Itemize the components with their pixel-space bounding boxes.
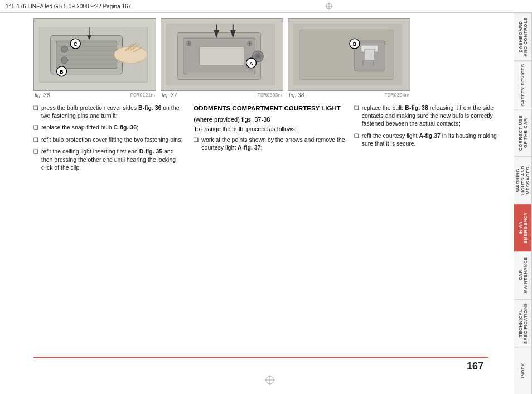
bullet-text-1: press the bulb protection cover sides B-… bbox=[41, 104, 185, 119]
sidebar-item-technical[interactable]: TECHNICAL SPECIFICATIONS bbox=[514, 299, 532, 347]
bottom-crosshair-container bbox=[33, 375, 506, 388]
figure-36-box: C B fig. 36 F0R0121m bbox=[33, 18, 156, 98]
svg-point-12 bbox=[114, 46, 147, 63]
figure-36-label: fig. 36 bbox=[35, 92, 50, 98]
header-crosshair bbox=[131, 2, 526, 10]
svg-rect-38 bbox=[200, 46, 244, 66]
sidebar-item-index[interactable]: INDEX bbox=[514, 347, 532, 394]
bullet-text-right-1: replace the bulb B-fig. 38 releasing it … bbox=[362, 104, 506, 128]
svg-point-18 bbox=[61, 57, 68, 64]
bullet-item-4: ❑ refit the ceiling light inserting firs… bbox=[33, 147, 185, 171]
svg-rect-55 bbox=[365, 49, 375, 60]
figure-38-code: F0R0304m bbox=[384, 92, 409, 98]
svg-point-17 bbox=[61, 46, 68, 52]
svg-point-31 bbox=[256, 55, 259, 58]
bullet-item-right-2: ❑ refit the courtesy light A-fig.37 in i… bbox=[354, 132, 506, 147]
header-bar: 145-176 LINEA led GB 5-09-2008 9:22 Pagi… bbox=[0, 0, 532, 13]
section-title: ODDMENTS COMPARTMENT COURTESY LIGHT bbox=[194, 104, 345, 113]
figure-36-labels: fig. 36 F0R0121m bbox=[33, 92, 156, 98]
bottom-area: 167 bbox=[33, 357, 506, 375]
bullet-text-mid-1: work at the points shown by the arrows a… bbox=[201, 136, 345, 151]
bullet-text-3: refit bulb protection cover fitting the … bbox=[41, 136, 182, 144]
sidebar: DASHBOARD AND CONTROLS SAFETY DEVICES CO… bbox=[514, 13, 532, 394]
figure-37-label: fig. 37 bbox=[162, 92, 177, 98]
svg-rect-6 bbox=[56, 41, 117, 69]
sidebar-item-maintenance[interactable]: CAR MAINTENANCE bbox=[514, 251, 532, 299]
bullet-symbol-4: ❑ bbox=[33, 148, 38, 171]
figure-38-box: B fig. 38 F0R0304m bbox=[288, 18, 410, 98]
bullet-text-right-2: refit the courtesy light A-fig.37 in its… bbox=[362, 132, 506, 147]
bottom-crosshair-icon bbox=[265, 375, 275, 385]
figure-36-image: C B bbox=[33, 18, 156, 91]
svg-text:C: C bbox=[74, 41, 78, 47]
figure-37-image: A bbox=[161, 18, 283, 91]
page-number: 167 bbox=[33, 358, 506, 375]
page-container: 145-176 LINEA led GB 5-09-2008 9:22 Pagi… bbox=[0, 0, 532, 394]
bullet-item-1: ❑ press the bulb protection cover sides … bbox=[33, 104, 185, 119]
bullet-item-2: ❑ replace the snap-fitted bulb C-fig. 36… bbox=[33, 123, 185, 132]
main-area: C B fig. 36 F0R0121m bbox=[0, 13, 532, 394]
svg-text:A: A bbox=[249, 61, 253, 66]
sidebar-item-warning[interactable]: WARNING LIGHTS AND MESSAGES bbox=[514, 156, 532, 204]
middle-column: ODDMENTS COMPARTMENT COURTESY LIGHT (whe… bbox=[194, 104, 345, 357]
section-intro: To change the bulb, proceed as follows: bbox=[194, 126, 345, 132]
figure-38-labels: fig. 38 F0R0304m bbox=[288, 92, 410, 98]
sidebar-item-correct-use[interactable]: CORRECT USE OF THE CAR bbox=[514, 109, 532, 156]
figure-36-svg: C B bbox=[34, 18, 156, 91]
bullet-item-mid-1: ❑ work at the points shown by the arrows… bbox=[194, 136, 345, 151]
bullet-symbol-3: ❑ bbox=[33, 136, 38, 144]
sidebar-item-emergency[interactable]: IN AN EMERGENCY bbox=[514, 204, 532, 251]
bullet-text-2: replace the snap-fitted bulb C-fig. 36; bbox=[41, 123, 138, 132]
text-columns: ❑ press the bulb protection cover sides … bbox=[33, 104, 506, 357]
figure-38-image: B bbox=[288, 18, 410, 91]
bullet-item-right-1: ❑ replace the bulb B-fig. 38 releasing i… bbox=[354, 104, 506, 128]
bullet-symbol-right-1: ❑ bbox=[354, 104, 359, 128]
figure-37-code: F0R0303m bbox=[257, 92, 282, 98]
sidebar-item-dashboard[interactable]: DASHBOARD AND CONTROLS bbox=[514, 13, 532, 61]
figure-37-svg: A bbox=[161, 18, 283, 91]
bullet-symbol-right-2: ❑ bbox=[354, 132, 359, 147]
right-column: ❑ replace the bulb B-fig. 38 releasing i… bbox=[354, 104, 506, 357]
header-text: 145-176 LINEA led GB 5-09-2008 9:22 Pagi… bbox=[6, 3, 131, 9]
content-area: C B fig. 36 F0R0121m bbox=[0, 13, 514, 394]
figure-38-label: fig. 38 bbox=[289, 92, 304, 98]
figure-38-svg: B bbox=[288, 18, 410, 91]
section-subtitle: (where provided) figs. 37-38 bbox=[194, 116, 345, 123]
figure-37-box: A fig. 37 F0R0303m bbox=[161, 18, 283, 98]
sidebar-item-safety[interactable]: SAFETY DEVICES bbox=[514, 61, 532, 108]
bullet-symbol-mid-1: ❑ bbox=[194, 136, 199, 151]
svg-text:B: B bbox=[353, 41, 357, 47]
bullet-item-3: ❑ refit bulb protection cover fitting th… bbox=[33, 136, 185, 144]
figures-row: C B fig. 36 F0R0121m bbox=[33, 18, 506, 98]
left-column: ❑ press the bulb protection cover sides … bbox=[33, 104, 185, 357]
figure-36-code: F0R0121m bbox=[130, 92, 155, 98]
bullet-symbol-2: ❑ bbox=[33, 124, 38, 132]
bullet-text-4: refit the ceiling light inserting first … bbox=[41, 147, 185, 171]
figure-37-labels: fig. 37 F0R0303m bbox=[161, 92, 283, 98]
svg-text:B: B bbox=[60, 69, 64, 75]
bullet-symbol-1: ❑ bbox=[33, 104, 38, 119]
